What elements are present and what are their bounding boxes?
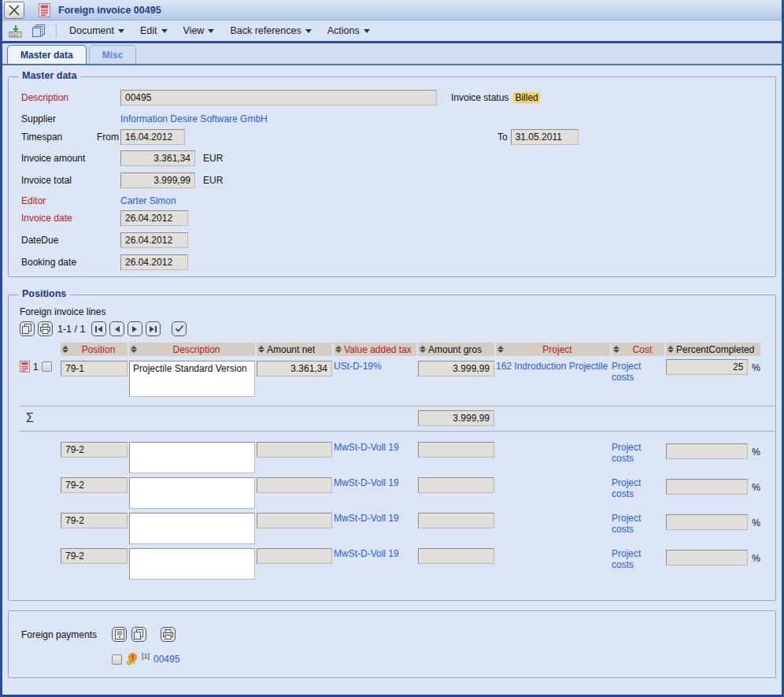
payment-checkbox[interactable] [112, 654, 122, 665]
column-label: Position [71, 344, 126, 355]
booking-date-input[interactable] [120, 254, 188, 270]
sort-icon[interactable] [420, 346, 426, 353]
sort-icon[interactable] [613, 346, 619, 353]
menu-actions[interactable]: Actions [323, 23, 375, 39]
confirm-selection-button[interactable] [172, 321, 187, 336]
project-link[interactable]: 162 Indroduction Projectile [496, 361, 608, 372]
percent-completed-input[interactable] [666, 514, 748, 530]
menu-edit[interactable]: Edit [135, 23, 172, 39]
cost-link[interactable]: Project costs [612, 548, 641, 570]
amount-net-input[interactable] [257, 361, 332, 376]
menu-back-references[interactable]: Back references [225, 23, 316, 39]
position-input[interactable] [61, 361, 128, 376]
column-header-percent-completed[interactable]: PercentCompleted [666, 343, 760, 356]
invoice-status-label: Invoice status [451, 92, 508, 103]
supplier-link[interactable]: Information Desire Software GmbH [120, 113, 268, 124]
copy-button[interactable] [131, 627, 146, 642]
amount-net-input[interactable] [257, 442, 332, 458]
vat-link[interactable]: USt-D-19% [334, 361, 382, 372]
description-textarea[interactable] [129, 477, 255, 509]
pager-last-button[interactable] [146, 321, 161, 336]
column-header-amount-net[interactable]: Amount net [257, 343, 332, 356]
invoice-status-badge: Billed [513, 92, 539, 103]
date-due-input[interactable] [120, 232, 188, 248]
timespan-to-input[interactable] [511, 129, 579, 145]
pager-first-button[interactable] [91, 321, 106, 336]
cost-link[interactable]: Project costs [612, 442, 641, 464]
description-input[interactable] [120, 90, 437, 106]
amount-gros-input[interactable] [418, 548, 494, 564]
amount-net-input[interactable] [257, 548, 332, 564]
pager-prev-button[interactable] [109, 321, 124, 336]
cost-link[interactable]: Project costs [612, 477, 641, 499]
timespan-to-label: To [497, 132, 508, 143]
invoice-date-input[interactable] [120, 210, 188, 226]
amount-net-input[interactable] [257, 477, 332, 493]
column-header-cost[interactable]: Cost [612, 343, 664, 356]
position-input[interactable] [61, 513, 128, 528]
sort-icon[interactable] [62, 346, 68, 353]
menu-back-references-label: Back references [230, 25, 301, 36]
menu-separator [56, 24, 57, 38]
percent-completed-input[interactable] [666, 550, 748, 565]
close-button[interactable] [4, 2, 24, 19]
cost-link[interactable]: Project costs [612, 513, 641, 535]
cost-link[interactable]: Project costs [612, 361, 641, 383]
column-header-description[interactable]: Description [129, 343, 255, 356]
percent-completed-input[interactable] [666, 359, 748, 375]
vat-link[interactable]: MwSt-D-Voll 19 [334, 513, 399, 524]
column-header-project[interactable]: Project [496, 343, 610, 356]
tab-strip: Master data Misc [2, 43, 782, 65]
row-checkbox[interactable] [42, 361, 52, 372]
invoice-amount-input[interactable] [120, 150, 195, 166]
column-header-value-added-tax[interactable]: Value added tax [334, 343, 416, 356]
column-header-position[interactable]: Position [61, 343, 128, 356]
amount-gros-input[interactable] [418, 513, 494, 528]
invoice-date-label: Invoice date [21, 213, 120, 224]
sort-icon[interactable] [668, 346, 674, 353]
position-input[interactable] [61, 548, 128, 564]
invoice-total-currency: EUR [203, 175, 223, 186]
print-button[interactable] [161, 627, 176, 642]
master-data-legend: Master data [18, 70, 80, 81]
amount-gros-input[interactable] [418, 477, 494, 493]
invoice-icon [39, 3, 50, 17]
description-textarea[interactable] [129, 513, 255, 544]
position-input[interactable] [61, 477, 128, 493]
tab-master-data[interactable]: Master data [7, 45, 87, 64]
menu-document[interactable]: Document [65, 23, 129, 39]
key-warning-icon [126, 653, 138, 665]
sort-icon[interactable] [131, 346, 137, 353]
sort-icon[interactable] [335, 346, 342, 353]
invoice-total-input[interactable] [120, 172, 195, 188]
details-list-button[interactable] [112, 627, 127, 642]
vat-link[interactable]: MwSt-D-Voll 19 [334, 442, 399, 453]
position-input[interactable] [61, 442, 128, 458]
amount-net-input[interactable] [257, 513, 332, 528]
vat-link[interactable]: MwSt-D-Voll 19 [334, 548, 399, 559]
copy-pages-button[interactable] [31, 23, 48, 39]
payment-link[interactable]: 00495 [153, 654, 179, 665]
invoice-row-icon[interactable] [20, 361, 30, 373]
apply-keyboard-button[interactable] [7, 23, 24, 39]
pager-next-button[interactable] [128, 321, 142, 336]
description-textarea[interactable]: Projectile Standard Version [129, 361, 255, 397]
percent-completed-input[interactable] [666, 443, 748, 459]
sort-icon[interactable] [497, 346, 504, 353]
description-textarea[interactable] [129, 442, 255, 473]
column-label: Amount net [267, 344, 315, 355]
editor-link[interactable]: Carter Simon [120, 195, 176, 206]
menu-view[interactable]: View [179, 23, 220, 39]
description-textarea[interactable] [129, 548, 255, 580]
copy-button[interactable] [20, 321, 35, 336]
sum-amount-gros-input[interactable] [418, 410, 494, 426]
tab-misc[interactable]: Misc [89, 45, 137, 64]
print-button[interactable] [38, 321, 53, 336]
percent-completed-input[interactable] [666, 479, 748, 495]
vat-link[interactable]: MwSt-D-Voll 19 [334, 477, 399, 488]
timespan-from-input[interactable] [120, 129, 185, 145]
amount-gros-input[interactable] [418, 442, 494, 458]
sort-icon[interactable] [258, 346, 264, 353]
amount-gros-input[interactable] [418, 361, 494, 376]
column-header-amount-gros[interactable]: Amount gros [418, 343, 494, 356]
